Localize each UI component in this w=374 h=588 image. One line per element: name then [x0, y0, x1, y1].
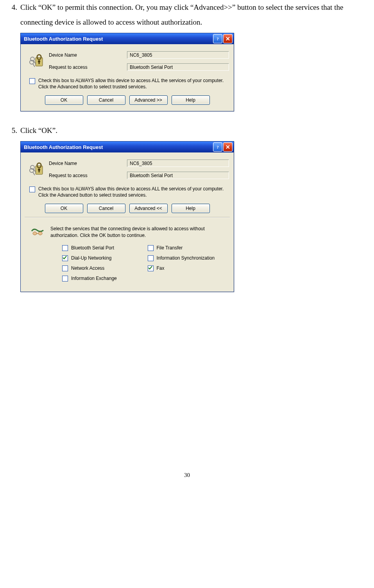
ok-button[interactable]: OK: [45, 95, 83, 105]
step-number: 5.: [8, 123, 20, 138]
step-text: Click “OK”.: [20, 123, 366, 138]
request-access-field: Bluetooth Serial Port: [127, 172, 229, 179]
service-label: Network Access: [71, 265, 104, 271]
service-checkbox-network-access[interactable]: [62, 265, 68, 271]
always-allow-checkbox[interactable]: [29, 186, 35, 192]
dialog-bluetooth-auth-expanded: Bluetooth Authorization Request ?: [20, 141, 234, 292]
request-access-field: Bluetooth Serial Port: [127, 63, 229, 71]
titlebar[interactable]: Bluetooth Authorization Request ?: [21, 33, 234, 44]
close-icon[interactable]: [223, 34, 233, 43]
service-checkbox-dial-up-networking[interactable]: [62, 255, 68, 261]
request-access-label: Request to access: [49, 173, 127, 178]
device-name-label: Device Name: [49, 52, 127, 58]
request-access-label: Request to access: [49, 65, 127, 70]
help-icon[interactable]: ?: [213, 34, 222, 43]
dialog-bluetooth-auth-collapsed: Bluetooth Authorization Request ?: [20, 33, 234, 111]
ok-button[interactable]: OK: [45, 204, 83, 213]
service-label: Dial-Up Networking: [71, 255, 111, 261]
svg-rect-4: [39, 62, 40, 64]
svg-text:?: ?: [217, 145, 219, 149]
step-text: Click “OK” to permit this connection. Or…: [20, 0, 366, 30]
svg-rect-11: [39, 170, 40, 172]
window-title: Bluetooth Authorization Request: [24, 144, 213, 150]
page-number: 30: [8, 472, 366, 486]
always-allow-label: Check this box to ALWAYS allow this devi…: [38, 78, 229, 90]
service-checkbox-bluetooth-serial-port[interactable]: [62, 245, 68, 251]
service-label: Information Synchronization: [157, 255, 215, 261]
service-checkbox-fax[interactable]: [148, 265, 154, 271]
advanced-button[interactable]: Advanced >>: [129, 95, 168, 105]
service-checkbox-information-synchronization[interactable]: [148, 255, 154, 261]
svg-text:?: ?: [217, 36, 219, 41]
cancel-button[interactable]: Cancel: [87, 95, 125, 105]
svg-point-14: [33, 232, 37, 235]
advanced-button[interactable]: Advanced <<: [129, 204, 168, 213]
window-title: Bluetooth Authorization Request: [24, 36, 213, 42]
handshake-icon: [31, 226, 44, 238]
keys-lock-icon: [29, 161, 45, 178]
device-name-field: NC6_3805: [127, 160, 229, 167]
always-allow-label: Check this box to ALWAYS allow this devi…: [38, 186, 229, 198]
help-icon[interactable]: ?: [213, 142, 222, 152]
cancel-button[interactable]: Cancel: [87, 204, 125, 213]
help-button[interactable]: Help: [172, 95, 210, 105]
service-checkbox-information-exchange[interactable]: [62, 276, 68, 281]
advanced-instructions: Select the services that the connecting …: [50, 226, 227, 238]
service-label: Fax: [157, 265, 165, 271]
step-number: 4.: [8, 0, 20, 15]
help-button[interactable]: Help: [172, 204, 210, 213]
divider: [25, 217, 230, 218]
close-icon[interactable]: [223, 142, 233, 152]
service-checkbox-file-transfer[interactable]: [148, 245, 154, 251]
keys-lock-icon: [29, 53, 45, 70]
always-allow-checkbox[interactable]: [29, 78, 35, 84]
device-name-label: Device Name: [49, 161, 127, 166]
device-name-field: NC6_3805: [127, 51, 229, 59]
svg-point-15: [38, 232, 42, 235]
service-label: Information Exchange: [71, 276, 117, 281]
service-label: Bluetooth Serial Port: [71, 245, 114, 251]
service-label: File Transfer: [157, 245, 183, 251]
titlebar[interactable]: Bluetooth Authorization Request ?: [21, 142, 234, 152]
